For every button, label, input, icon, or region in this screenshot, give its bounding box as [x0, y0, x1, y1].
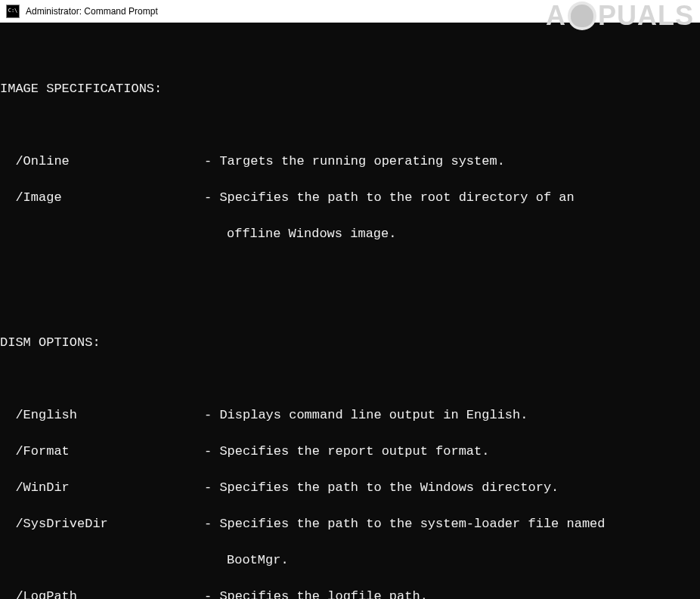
option-desc: Displays command line output in English.: [219, 406, 528, 425]
option-desc: Specifies the path to the Windows direct…: [219, 479, 559, 497]
option-sep: -: [204, 153, 219, 171]
option-sep: -: [204, 588, 219, 599]
watermark-logo-icon: [568, 2, 596, 30]
terminal-viewport[interactable]: IMAGE SPECIFICATIONS: /Online- Targets t…: [0, 23, 700, 599]
option-desc: Specifies the report output format.: [219, 443, 489, 461]
brand-watermark: A PUALS: [546, 0, 694, 32]
option-row: /Image- Specifies the path to the root d…: [0, 189, 700, 207]
option-row: /WinDir- Specifies the path to the Windo…: [0, 479, 700, 497]
option-desc: Specifies the path to the root directory…: [219, 189, 574, 207]
option-row: /Format- Specifies the report output for…: [0, 443, 700, 461]
option-row: /English- Displays command line output i…: [0, 406, 700, 425]
option-desc-continuation: BootMgr.: [0, 551, 700, 570]
option-name: /LogPath: [0, 588, 204, 599]
option-name: /English: [0, 406, 204, 425]
option-sep: -: [204, 443, 219, 461]
option-name: /Image: [0, 189, 204, 207]
option-sep: -: [204, 406, 219, 425]
option-desc: Targets the running operating system.: [219, 153, 504, 171]
option-desc-continuation: offline Windows image.: [0, 225, 700, 243]
option-name: /SysDriveDir: [0, 515, 204, 533]
option-name: /Online: [0, 153, 204, 171]
option-row: /SysDriveDir- Specifies the path to the …: [0, 515, 700, 533]
option-desc: Specifies the logfile path.: [219, 588, 427, 599]
option-name: /WinDir: [0, 479, 204, 497]
option-row: /LogPath- Specifies the logfile path.: [0, 588, 700, 599]
option-sep: -: [204, 515, 219, 533]
cmd-icon: [6, 5, 20, 18]
option-name: /Format: [0, 443, 204, 461]
option-sep: -: [204, 189, 219, 207]
option-sep: -: [204, 479, 219, 497]
window-title: Administrator: Command Prompt: [26, 6, 158, 17]
option-row: /Online- Targets the running operating s…: [0, 153, 700, 171]
watermark-suffix: PUALS: [598, 0, 694, 32]
watermark-prefix: A: [546, 0, 566, 32]
section-header-image-specs: IMAGE SPECIFICATIONS:: [0, 80, 700, 98]
option-desc: Specifies the path to the system-loader …: [219, 515, 605, 533]
section-header-dism-options: DISM OPTIONS:: [0, 334, 700, 352]
